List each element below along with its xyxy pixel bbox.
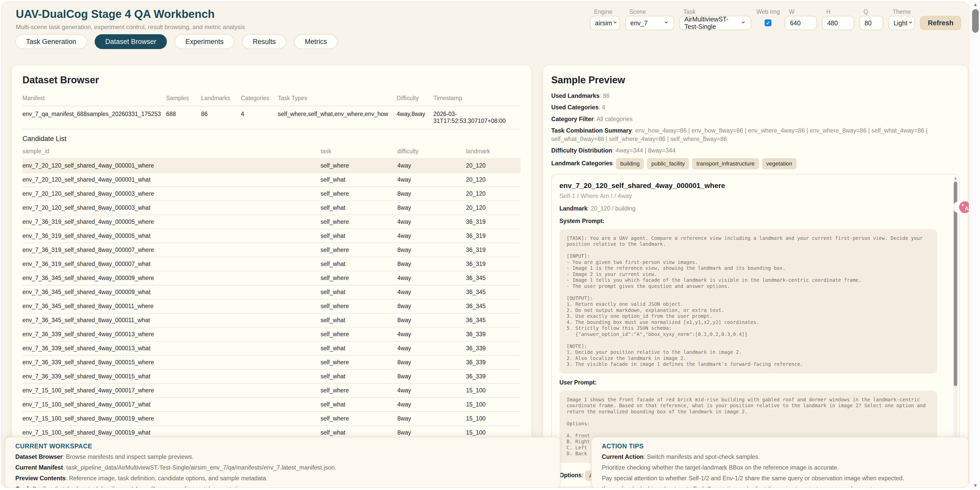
- tab-results[interactable]: Results: [242, 34, 286, 49]
- letter-a-icon: A: [965, 205, 969, 212]
- chevron-down-icon: ⌄: [663, 18, 669, 24]
- cell-sample-id: env_7_15_100_self_shared_4way_000017_whe…: [22, 387, 321, 394]
- theme-select[interactable]: Light ⌄: [888, 16, 915, 30]
- cell-difficulty: 8way: [397, 303, 466, 310]
- cell-sample-id: env_7_36_345_self_shared_4way_000009_wha…: [22, 289, 321, 295]
- manifest-row[interactable]: env_7_qa_manifest_688samples_20260331_17…: [22, 106, 520, 129]
- cell-sample-id: env_7_36_345_self_shared_4way_000009_whe…: [22, 275, 321, 281]
- category-badge: public_facility: [647, 158, 689, 169]
- meta-label: Difficulty Distribution: [551, 147, 612, 154]
- cell-difficulty: 8way: [397, 204, 466, 211]
- meta-difficulty-distribution: Difficulty Distribution: 4way=344 | 8way…: [551, 146, 959, 155]
- table-row[interactable]: env_7_36_319_self_shared_4way_000005_wha…: [22, 229, 520, 243]
- candidate-list-label: Candidate List: [22, 135, 520, 143]
- sample-title: env_7_20_120_self_shared_4way_000001_whe…: [559, 182, 937, 190]
- action-tips-panel: ACTION TIPS Current Action: Switch manif…: [591, 437, 969, 488]
- table-row[interactable]: env_7_36_319_self_shared_8way_000007_wha…: [22, 257, 520, 271]
- task-label: Task: [679, 8, 751, 16]
- scroll-down-icon[interactable]: ▼: [970, 483, 980, 488]
- user-prompt-label: User Prompt:: [559, 379, 937, 386]
- dataset-browser-title: Dataset Browser: [22, 75, 520, 86]
- cell-landmark: 36_339: [466, 359, 520, 366]
- table-row[interactable]: env_7_20_120_self_shared_8way_000003_wha…: [22, 201, 520, 215]
- column-header: landmark: [466, 148, 520, 155]
- tab-task-generation[interactable]: Task Generation: [15, 34, 87, 49]
- refresh-button[interactable]: Refresh: [920, 16, 961, 30]
- info-line: Current Manifest: task_pipeline_data/Air…: [15, 464, 550, 471]
- meta-label: Landmark Categories: [551, 160, 612, 166]
- scrollbar-thumb[interactable]: [972, 9, 979, 33]
- cell-difficulty: 4way: [397, 233, 466, 239]
- table-row[interactable]: env_7_36_339_self_shared_8way_000015_wha…: [22, 369, 520, 383]
- tab-experiments[interactable]: Experiments: [175, 34, 234, 49]
- meta-value: 86: [603, 93, 609, 99]
- cell-landmark: 36_345: [466, 317, 520, 324]
- table-row[interactable]: env_7_36_339_self_shared_4way_000013_whe…: [22, 327, 520, 341]
- tab-dataset-browser[interactable]: Dataset Browser: [95, 34, 167, 49]
- width-label: W: [785, 8, 817, 16]
- scene-select[interactable]: env_7 ⌄: [625, 16, 674, 30]
- cell-difficulty: 4way: [397, 345, 466, 352]
- manifest-cell: 4: [241, 111, 278, 118]
- cell-sample-id: env_7_36_339_self_shared_4way_000013_wha…: [22, 345, 321, 352]
- header-controls: Engine airsim ⌄ Scene env_7 ⌄ Task AirMu…: [590, 8, 961, 30]
- quality-input[interactable]: [859, 16, 883, 30]
- cell-landmark: 36_319: [466, 247, 520, 254]
- engine-select[interactable]: airsim ⌄: [590, 16, 620, 30]
- translate-icon[interactable]: ✦ A: [959, 201, 969, 213]
- table-row[interactable]: env_7_36_339_self_shared_8way_000015_whe…: [22, 355, 520, 369]
- cell-landmark: 36_345: [466, 275, 520, 281]
- column-header: Difficulty: [396, 95, 433, 102]
- cell-sample-id: env_7_20_120_self_shared_8way_000003_wha…: [22, 204, 321, 211]
- system-prompt-label: System Prompt:: [559, 218, 937, 225]
- cell-difficulty: 4way: [397, 331, 466, 338]
- table-row[interactable]: env_7_36_345_self_shared_4way_000009_wha…: [22, 285, 520, 299]
- task-field: Task AirMultiviewST-Test-Single ⌄: [679, 8, 751, 30]
- table-row[interactable]: env_7_15_100_self_shared_8way_000019_whe…: [22, 411, 520, 425]
- table-row[interactable]: env_7_15_100_self_shared_4way_000017_wha…: [22, 397, 520, 411]
- table-row[interactable]: env_7_36_345_self_shared_4way_000009_whe…: [22, 271, 520, 285]
- table-row[interactable]: env_7_36_345_self_shared_8way_000011_wha…: [22, 313, 520, 327]
- web-img-checkbox[interactable]: ✓: [765, 19, 772, 26]
- info-line: Current Action: Switch manifests and spo…: [602, 453, 958, 461]
- cell-landmark: 36_339: [466, 373, 520, 380]
- sparkle-icon: ✦: [961, 203, 964, 208]
- meta-value: All categories: [597, 116, 633, 122]
- width-input[interactable]: [785, 16, 817, 30]
- cell-landmark: 15_100: [466, 401, 520, 408]
- height-label: H: [822, 8, 854, 16]
- engine-value: airsim: [595, 19, 612, 27]
- info-line: If sampling looks biased, return to Task…: [602, 485, 958, 488]
- table-row[interactable]: env_7_20_120_self_shared_8way_000003_whe…: [22, 187, 520, 201]
- table-row[interactable]: env_7_36_319_self_shared_8way_000007_whe…: [22, 243, 520, 257]
- task-select[interactable]: AirMultiviewST-Test-Single ⌄: [679, 16, 751, 30]
- meta-value: 4: [602, 104, 605, 111]
- cell-landmark: 36_339: [466, 331, 520, 338]
- workspace-heading: CURRENT WORKSPACE: [15, 442, 550, 450]
- cell-sample-id: env_7_36_319_self_shared_8way_000007_wha…: [22, 260, 321, 268]
- table-row[interactable]: env_7_20_120_self_shared_4way_000001_whe…: [22, 158, 520, 172]
- cell-difficulty: 4way: [397, 162, 466, 169]
- info-line: Dataset Browser: Browse manifests and in…: [15, 453, 550, 461]
- scroll-up-icon[interactable]: ▲: [953, 177, 958, 180]
- table-row[interactable]: env_7_20_120_self_shared_4way_000001_wha…: [22, 172, 520, 187]
- table-row[interactable]: env_7_36_339_self_shared_4way_000013_wha…: [22, 341, 520, 355]
- landmark-label: Landmark: [559, 205, 587, 212]
- scroll-up-icon[interactable]: ▲: [970, 2, 980, 7]
- refresh-field: Refresh: [920, 8, 961, 30]
- action-tips-heading: ACTION TIPS: [602, 442, 958, 450]
- chevron-down-icon: ⌄: [740, 18, 746, 24]
- cell-task: self_what: [321, 373, 397, 380]
- web-img-label: Web Img: [756, 8, 780, 16]
- cell-landmark: 20_120: [466, 204, 520, 211]
- landmark-value: 20_120 / building: [591, 205, 635, 212]
- cell-difficulty: 8way: [397, 190, 466, 197]
- table-row[interactable]: env_7_36_345_self_shared_8way_000011_whe…: [22, 299, 520, 313]
- page-scrollbar[interactable]: ▲ ▼: [970, 0, 980, 490]
- table-row[interactable]: env_7_36_319_self_shared_4way_000005_whe…: [22, 215, 520, 229]
- height-input[interactable]: [822, 16, 854, 30]
- tab-metrics[interactable]: Metrics: [294, 34, 338, 49]
- theme-label: Theme: [888, 8, 915, 16]
- cell-landmark: 15_100: [466, 429, 520, 436]
- table-row[interactable]: env_7_15_100_self_shared_4way_000017_whe…: [22, 383, 520, 397]
